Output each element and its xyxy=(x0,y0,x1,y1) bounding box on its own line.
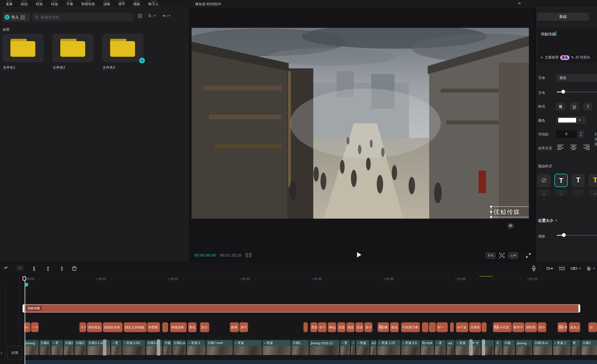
record-voice-icon[interactable] xyxy=(532,266,536,271)
video-clip[interactable]: 分 xyxy=(495,340,502,355)
video-clip[interactable]: ◔变速 xyxy=(356,340,370,355)
subtitle-clip[interactable]: 日落苏 xyxy=(469,322,481,332)
sort-icon[interactable]: ☰↓ ˅ xyxy=(148,14,156,18)
video-clip[interactable]: ◔变 xyxy=(340,340,350,355)
preset-style-tile-2[interactable]: T xyxy=(571,174,585,187)
subtitle-clip[interactable]: 令千 xyxy=(318,322,327,332)
scale-slider[interactable] xyxy=(557,233,597,237)
subtitle-clip[interactable] xyxy=(422,322,428,332)
subtitle-clip[interactable] xyxy=(162,322,168,332)
italic-button[interactable]: I xyxy=(583,103,592,111)
subtitle-clip[interactable]: 你命犯生 xyxy=(87,322,102,332)
subtitle-clip[interactable] xyxy=(450,322,454,332)
video-clip[interactable]: ◔变速 0.8X xyxy=(122,340,145,355)
cover-button[interactable]: 封面 xyxy=(7,346,22,360)
link-dropdown[interactable]: ▼ xyxy=(571,267,581,270)
video-clip[interactable]: ◔变速 xyxy=(263,340,291,355)
video-clip[interactable]: 指.mp4 xyxy=(421,340,434,355)
menu-item-调节[interactable]: 调节 xyxy=(114,0,129,7)
video-clip[interactable]: ◔变速 0.5 xyxy=(401,340,420,355)
search-input[interactable]: 搜索文件名 xyxy=(32,13,133,22)
folder-card-3[interactable]: +文件夹3 xyxy=(102,34,143,62)
video-clip[interactable]: ◔ xyxy=(351,340,355,355)
subtitle-clip[interactable]: 还没 xyxy=(355,322,363,332)
folder-card-1[interactable]: 文件夹1 xyxy=(2,34,44,62)
clip-trim-handle[interactable] xyxy=(23,304,24,312)
play-button[interactable] xyxy=(357,252,361,257)
transition-handle[interactable] xyxy=(469,339,473,356)
subtitle-clip[interactable]: 那也 xyxy=(188,322,196,332)
collapse-icon[interactable]: ▲ xyxy=(555,219,558,222)
transition-handle[interactable] xyxy=(103,339,106,356)
subtitle-clip[interactable] xyxy=(303,322,308,332)
selection-handle[interactable] xyxy=(490,206,492,208)
video-clip[interactable]: jimeng xyxy=(516,340,532,355)
timeline-ruler[interactable]: | 00:00| 00:10| 00:20| 00:30| 00:40| 00:… xyxy=(0,276,597,283)
video-clip[interactable]: 分镜4 xyxy=(39,340,50,355)
subtitle-clip[interactable]: 令千金 xyxy=(456,322,468,332)
video-clip[interactable]: jimeng-2025-12 xyxy=(310,340,339,355)
menu-item-滤镜[interactable]: 滤镜 xyxy=(99,0,114,7)
redo-icon[interactable]: ↷ xyxy=(16,266,24,271)
video-clip[interactable]: jimeng xyxy=(24,340,39,355)
subtitle-clip[interactable]: 此劫应在奉 xyxy=(103,322,123,332)
original-quality-button[interactable]: 原画 xyxy=(486,253,495,258)
menu-item-文本[interactable]: 文本 xyxy=(2,0,17,7)
video-clip[interactable]: 分镜7.mo4 xyxy=(206,340,233,355)
menu-item-特效[interactable]: 特效 xyxy=(32,0,47,7)
tab-basic[interactable]: 基础 xyxy=(537,13,589,21)
subtitle-clip[interactable]: 神仙 xyxy=(328,322,336,332)
menu-item-模板[interactable]: 模板 xyxy=(129,0,144,7)
video-clip[interactable]: ◔变速 0 xyxy=(187,340,205,355)
video-clip[interactable]: ◔变 xyxy=(51,340,63,355)
frame-view-icon[interactable] xyxy=(245,253,252,257)
grid-view-icon[interactable] xyxy=(138,14,142,18)
video-clip[interactable]: ◔变 xyxy=(435,340,446,355)
video-clip[interactable]: vid xyxy=(447,340,454,355)
select-tool-dropdown[interactable]: ▼ xyxy=(586,266,595,271)
selection-handle[interactable] xyxy=(490,216,492,218)
selection-handle[interactable] xyxy=(490,211,492,213)
video-preview[interactable]: 优鲸传媒 xyxy=(192,28,529,219)
subtitle-clip[interactable]: 师傅 xyxy=(230,322,239,332)
underline-button[interactable]: U xyxy=(570,103,579,111)
video-clip[interactable]: ◔变速 xyxy=(234,340,262,355)
auto-link-icon[interactable] xyxy=(558,266,566,271)
subtitle-clip[interactable]: 但 xyxy=(588,322,597,332)
text-content-input[interactable]: 优鲸传媒 ✦ 文案推荐 限免 ✎ AI 写旁白 xyxy=(537,28,597,63)
preset-style-tile-3[interactable]: T xyxy=(589,174,597,187)
video-clip[interactable]: 变 xyxy=(571,340,580,355)
text-overlay-selection[interactable]: 优鲸传媒 xyxy=(491,206,529,217)
preset-style-tile-1[interactable]: T xyxy=(554,174,568,187)
video-clip[interactable]: 分镜2 xyxy=(64,340,74,355)
video-clip[interactable]: 分镜18.m xyxy=(533,340,552,355)
subtitle-clip[interactable]: 你需要 xyxy=(147,322,160,332)
subtitle-clip[interactable]: 弟子 xyxy=(239,322,248,332)
align-left-icon[interactable] xyxy=(557,145,564,149)
video-clip[interactable]: 分镜 xyxy=(503,340,515,355)
video-clip[interactable]: 分镜5.m xyxy=(172,340,186,355)
video-clip[interactable]: a分 xyxy=(370,340,376,355)
menu-item-数字人[interactable]: 数字人 xyxy=(144,0,163,7)
video-clip[interactable]: ◔变速 1 xyxy=(553,340,571,355)
font-size-slider[interactable] xyxy=(557,90,597,94)
align-center-icon[interactable] xyxy=(570,145,577,149)
subtitle-clip[interactable] xyxy=(482,322,487,332)
subtitle-clip[interactable]: 苏小 xyxy=(364,322,372,332)
bold-button[interactable]: B xyxy=(556,103,565,111)
split-right-icon[interactable]: ]¦ xyxy=(58,266,65,271)
subtitle-clip[interactable]: 敢在 xyxy=(390,322,399,332)
subtitle-clip[interactable]: 现在 xyxy=(346,322,354,332)
subtitle-clip[interactable]: Aa求 xyxy=(558,322,567,332)
add-to-folder-icon[interactable]: + xyxy=(139,57,145,64)
video-clip[interactable]: 分镜2 xyxy=(581,340,597,355)
subtitle-clip[interactable]: 苏小 xyxy=(538,322,546,332)
menu-icon[interactable]: ≡ xyxy=(518,1,521,6)
video-clip[interactable]: ◔变速 1.2X xyxy=(377,340,400,355)
video-clip[interactable]: ◔变速 xyxy=(455,340,470,355)
menu-item-贴纸[interactable]: 贴纸 xyxy=(17,0,32,7)
video-clip[interactable]: 分镜3-1.m xyxy=(87,340,110,355)
keyframe-marker[interactable] xyxy=(25,283,28,287)
subtitle-clip[interactable]: 可知我乃奉 xyxy=(401,322,420,332)
fullscreen-icon[interactable] xyxy=(526,253,531,258)
